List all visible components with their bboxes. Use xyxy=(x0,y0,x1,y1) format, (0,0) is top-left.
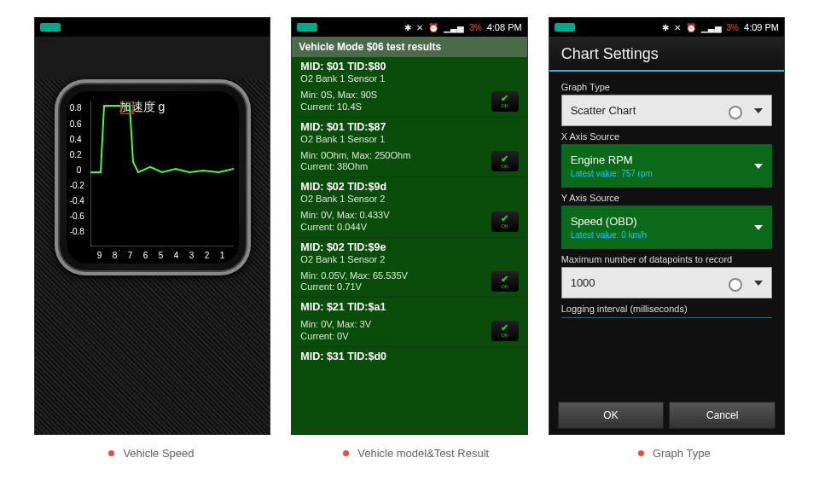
bullet-icon xyxy=(638,450,644,456)
bullet-icon xyxy=(108,450,114,456)
signal-icon: ▁▃▅ xyxy=(701,23,722,32)
result-item[interactable]: Min: 0V, Max: 3VCurrent: 0V ✔OK xyxy=(292,316,526,347)
ok-button[interactable]: OK xyxy=(558,402,665,429)
x-axis-label: X Axis Source xyxy=(561,131,772,142)
graph-type-select[interactable]: Scatter Chart xyxy=(561,95,772,126)
alarm-icon: ⏰ xyxy=(686,23,696,32)
status-bar xyxy=(35,18,270,37)
chevron-down-icon xyxy=(754,108,763,113)
bluetooth-icon: ✱ xyxy=(662,23,669,32)
bluetooth-icon: ✱ xyxy=(404,23,411,32)
svg-rect-2 xyxy=(121,101,133,113)
bullet-icon xyxy=(343,450,349,456)
acceleration-gauge: 加速度 g 0.8 0.6 0.4 0.2 0 -0.2 -0.4 -0.6 -… xyxy=(55,79,251,275)
ok-badge: ✔OK xyxy=(491,91,519,112)
alarm-icon: ⏰ xyxy=(428,23,439,32)
dialog-title: Chart Settings xyxy=(549,37,784,72)
radio-icon xyxy=(729,278,742,292)
check-icon: ✔ xyxy=(501,94,508,103)
phone-panel-settings: ✱ ✕ ⏰ ▁▃▅ 3% 4:09 PM Chart Settings Grap… xyxy=(549,17,785,435)
clock: 4:09 PM xyxy=(744,22,779,32)
logging-interval-label: Logging interval (milliseconds) xyxy=(561,304,772,314)
chevron-down-icon xyxy=(754,164,763,169)
status-bar: ✱ ✕ ⏰ ▁▃▅ 3% 4:08 PM xyxy=(292,18,526,37)
caption-1: Vehicle Speed xyxy=(108,447,194,460)
result-item[interactable]: Min: 0Ohm, Max: 250OhmCurrent: 38Ohm ✔OK xyxy=(292,147,526,178)
graph-type-label: Graph Type xyxy=(561,82,772,92)
result-item[interactable]: Min: 0S, Max: 90S Current: 10.4S ✔OK xyxy=(292,86,526,118)
result-item[interactable]: Min: 0V, Max: 0.433VCurrent: 0.044V ✔OK xyxy=(292,206,526,238)
battery-pct: 3% xyxy=(727,23,739,32)
result-header-row: MID: $01 TID:$80 O2 Bank 1 Sensor 1 xyxy=(292,57,526,86)
chart-line xyxy=(90,101,234,246)
cancel-button[interactable]: Cancel xyxy=(669,402,775,429)
caption-2: Vehicle model&Test Result xyxy=(343,447,489,460)
max-datapoints-select[interactable]: 1000 xyxy=(561,267,772,298)
status-bar: ✱ ✕ ⏰ ▁▃▅ 3% 4:09 PM xyxy=(549,18,784,37)
radio-icon xyxy=(729,106,742,119)
result-item[interactable]: Min: 0.05V, Max: 65.535VCurrent: 0.71V ✔… xyxy=(292,267,526,298)
results-list[interactable]: MID: $01 TID:$80 O2 Bank 1 Sensor 1 Min:… xyxy=(292,57,526,365)
signal-icon: ▁▃▅ xyxy=(444,23,464,32)
y-axis-select[interactable]: Speed (OBD) Latest value: 0 km/h xyxy=(561,206,772,249)
y-axis-label: Y Axis Source xyxy=(561,193,772,203)
results-title: Vehicle Mode $06 test results xyxy=(292,37,526,57)
phone-panel-gauge: 加速度 g 0.8 0.6 0.4 0.2 0 -0.2 -0.4 -0.6 -… xyxy=(34,17,270,435)
chevron-down-icon xyxy=(754,281,763,286)
chevron-down-icon xyxy=(754,225,763,230)
phone-panel-results: ✱ ✕ ⏰ ▁▃▅ 3% 4:08 PM Vehicle Mode $06 te… xyxy=(291,17,527,435)
clock: 4:08 PM xyxy=(487,22,522,32)
x-axis-select[interactable]: Engine RPM Latest value: 757 rpm xyxy=(561,144,772,188)
battery-pct: 3% xyxy=(469,23,481,32)
caption-3: Graph Type xyxy=(638,447,711,460)
mute-icon: ✕ xyxy=(674,23,681,32)
carbon-background: 加速度 g 0.8 0.6 0.4 0.2 0 -0.2 -0.4 -0.6 -… xyxy=(35,79,270,435)
max-datapoints-label: Maximum number of datapoints to record xyxy=(561,254,772,264)
mute-icon: ✕ xyxy=(416,23,423,32)
